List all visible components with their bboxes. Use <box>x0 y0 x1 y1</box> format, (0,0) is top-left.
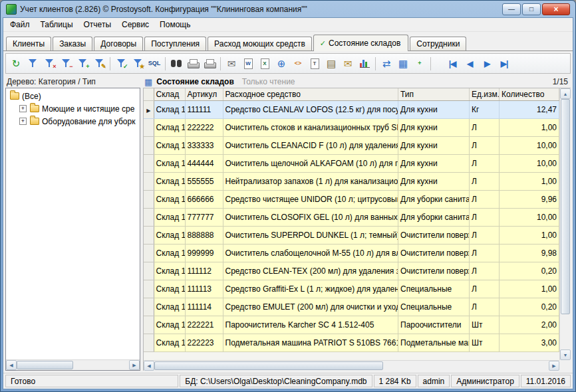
table-cell[interactable]: Л <box>470 172 500 190</box>
table-cell[interactable]: Очиститель SUPERPOL DUNKEL (1 л; темный) <box>223 226 398 244</box>
table-cell[interactable]: Л <box>470 262 500 280</box>
table-cell[interactable]: 444444 <box>185 154 223 172</box>
export-table-icon[interactable]: ▦ <box>395 56 411 72</box>
table-cell[interactable]: Пароочиститель Karcher SC 4 1.512-405 <box>223 316 398 334</box>
table-cell[interactable]: 111112 <box>185 262 223 280</box>
export-html-icon[interactable]: ⊕ <box>273 56 289 72</box>
filter-remove-icon[interactable]: − <box>58 56 74 72</box>
table-cell[interactable]: Для кухни <box>398 136 470 154</box>
tree-item-detergents[interactable]: + Моющие и чистящие сре <box>6 102 140 115</box>
tree-hscroll-track[interactable]: ◀ ▶ <box>6 359 140 370</box>
table-cell[interactable]: Очиститель CLOSOFIX GEL (10 л) для ванны… <box>223 208 398 226</box>
tab-detergent-usage[interactable]: Расход моющих средств <box>208 37 312 50</box>
table-cell[interactable]: 222222 <box>185 118 223 136</box>
row-selector[interactable] <box>144 334 154 351</box>
table-cell[interactable]: 666666 <box>185 190 223 208</box>
tree-item-equipment[interactable]: + Оборудование для уборк <box>6 115 140 128</box>
row-selector[interactable] <box>144 118 154 136</box>
filter-apply-icon[interactable]: ✓ <box>113 56 129 72</box>
tree-item-all[interactable]: (Все) <box>6 90 140 102</box>
column-header[interactable]: Количество <box>500 88 559 100</box>
minimize-button[interactable]: — <box>502 3 521 15</box>
row-selector[interactable] <box>144 136 154 154</box>
table-cell[interactable]: Очиститель щелочной ALKAFOAM (10 л) для … <box>223 154 398 172</box>
table-cell[interactable]: 888888 <box>185 226 223 244</box>
row-selector[interactable] <box>144 190 154 208</box>
scroll-thumb[interactable] <box>17 361 73 369</box>
table-cell[interactable]: Очиститель стоков и канализационных труб… <box>223 118 398 136</box>
table-cell[interactable]: 1,00 <box>500 118 559 136</box>
table-cell[interactable]: Для уборки санита <box>398 208 470 226</box>
row-selector[interactable] <box>144 154 154 172</box>
column-header[interactable]: Артикул <box>185 88 223 100</box>
table-cell[interactable]: Склад 1 <box>154 316 185 334</box>
table-cell[interactable]: Очистители поверх <box>398 226 470 244</box>
table-cell[interactable]: Склад 1 <box>154 334 185 351</box>
table-cell[interactable]: 10,00 <box>500 136 559 154</box>
filter-clear-icon[interactable]: × <box>41 56 57 72</box>
table-cell[interactable]: Средство Graffiti-Ex L (1 л; жидкое) для… <box>223 280 398 298</box>
scroll-track[interactable] <box>17 360 129 370</box>
table-cell[interactable]: 999999 <box>185 244 223 262</box>
table-cell[interactable]: 1,00 <box>500 280 559 298</box>
table-cell[interactable]: Для уборки санита <box>398 190 470 208</box>
tab-receipts[interactable]: Поступления <box>144 37 206 50</box>
filter-icon[interactable] <box>25 56 41 72</box>
table-cell[interactable]: Склад 1 <box>154 208 185 226</box>
table-cell[interactable]: 111114 <box>185 298 223 316</box>
table-cell[interactable]: Очиститель слабощелочной М-55 (10 л) для… <box>223 244 398 262</box>
nav-prev-button[interactable]: ◀ <box>462 56 478 72</box>
table-cell[interactable]: Склад 1 <box>154 100 185 118</box>
expand-icon[interactable]: + <box>19 105 27 112</box>
table-cell[interactable]: Средство чистящее UNIDOR (10 л; цитрусов… <box>223 190 398 208</box>
row-selector[interactable] <box>144 316 154 334</box>
table-cell[interactable]: Для кухни <box>398 172 470 190</box>
row-selector[interactable] <box>144 208 154 226</box>
table-cell[interactable]: Для кухни <box>398 118 470 136</box>
filter-add-icon[interactable]: + <box>74 56 90 72</box>
grid-hscroll-track[interactable]: ◀ ▶ <box>144 360 559 371</box>
tab-clients[interactable]: Клиенты <box>6 37 51 50</box>
table-cell[interactable]: 222223 <box>185 334 223 351</box>
scroll-up-icon[interactable]: ▲ <box>560 88 571 99</box>
print-icon[interactable] <box>185 56 201 72</box>
table-cell[interactable]: Для кухни <box>398 154 470 172</box>
tree-hscrollbar[interactable]: ◀ ▶ <box>6 359 140 370</box>
search-icon[interactable] <box>168 56 184 72</box>
export-mail-icon[interactable]: ✉ <box>223 56 239 72</box>
chart-icon[interactable] <box>357 56 372 72</box>
table-cell[interactable]: Л <box>470 118 500 136</box>
nav-last-button[interactable]: ▶| <box>496 56 512 72</box>
table-cell[interactable]: Л <box>470 244 500 262</box>
maximize-button[interactable]: □ <box>522 3 541 15</box>
table-cell[interactable]: Л <box>470 136 500 154</box>
table-cell[interactable]: 9,96 <box>500 190 559 208</box>
export-xml-icon[interactable]: <> <box>290 56 306 72</box>
send-mail-icon[interactable]: ✉ <box>340 56 356 72</box>
table-cell[interactable]: 555555 <box>185 172 223 190</box>
scroll-thumb[interactable] <box>561 99 570 314</box>
table-cell[interactable]: 12,47 <box>500 100 559 118</box>
table-cell[interactable]: 1,00 <box>500 172 559 190</box>
table-cell[interactable]: Средство EMULET (200 мл) для очистки и у… <box>223 298 398 316</box>
table-cell[interactable]: 9,98 <box>500 244 559 262</box>
table-cell[interactable]: Пароочистители <box>398 316 470 334</box>
grid-vscrollbar[interactable]: ▲ ▼ <box>559 88 571 360</box>
table-cell[interactable]: Специальные <box>398 280 470 298</box>
table-cell[interactable]: Л <box>470 190 500 208</box>
scroll-right-icon[interactable]: ▶ <box>129 360 140 370</box>
grid-hscrollbar[interactable]: ◀ ▶ <box>144 360 571 371</box>
table-cell[interactable]: Очиститель CLEANACID F (10 л) для удален… <box>223 136 398 154</box>
table-cell[interactable]: 2,00 <box>500 316 559 334</box>
row-selector[interactable] <box>144 226 154 244</box>
row-selector[interactable] <box>144 262 154 280</box>
table-cell[interactable]: 10,00 <box>500 208 559 226</box>
menu-file[interactable]: Файл <box>5 19 35 31</box>
table-cell[interactable]: Шт <box>470 316 500 334</box>
table-cell[interactable]: Л <box>470 298 500 316</box>
menu-service[interactable]: Сервис <box>116 19 154 31</box>
table-cell[interactable]: Склад 1 <box>154 280 185 298</box>
table-cell[interactable]: Средство CLEANLAV LOFOS (12.5 кг) для по… <box>223 100 398 118</box>
table-cell[interactable]: Шт <box>470 334 500 351</box>
row-selector[interactable]: ▶ <box>144 100 154 118</box>
